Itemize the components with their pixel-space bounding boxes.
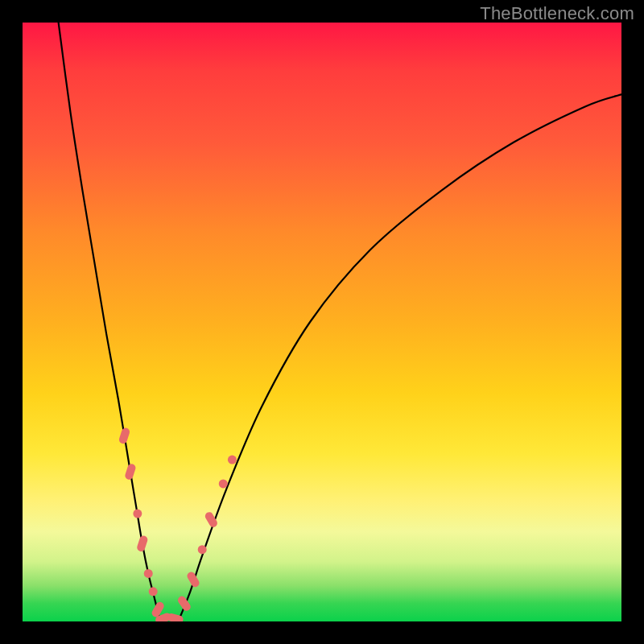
- plot-area: [23, 23, 621, 621]
- marker-dot-5: [149, 587, 158, 596]
- curve-right-branch: [178, 94, 621, 621]
- marker-pill-9: [176, 595, 192, 613]
- bottleneck-curve: [23, 23, 621, 621]
- marker-pill-0: [118, 427, 131, 444]
- marker-pill-1: [124, 463, 137, 481]
- watermark-text: TheBottleneck.com: [480, 3, 634, 24]
- marker-pill-10: [186, 571, 201, 588]
- marker-dot-13: [219, 479, 228, 488]
- marker-dot-14: [228, 456, 237, 464]
- marker-dot-2: [133, 510, 142, 518]
- marker-dot-11: [198, 545, 207, 554]
- chart-frame: TheBottleneck.com: [0, 0, 644, 644]
- curve-left-branch: [59, 23, 160, 621]
- marker-dot-4: [144, 569, 153, 578]
- marker-pill-3: [136, 535, 149, 552]
